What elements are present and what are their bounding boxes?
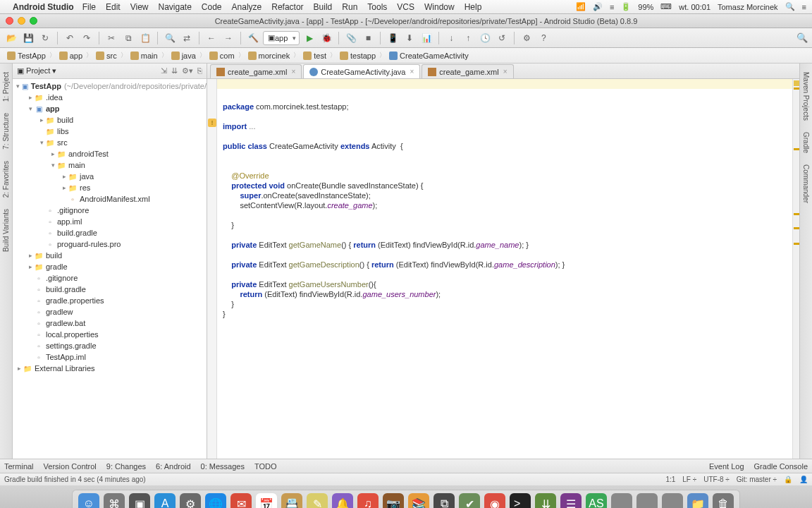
breadcrumb-item[interactable]: java [168, 52, 199, 60]
dock-app-icon[interactable]: 📅 [256, 493, 277, 508]
breadcrumb-item[interactable]: CreateGameActivity [386, 52, 472, 60]
tree-node[interactable]: ▫AndroidManifest.xml [13, 193, 207, 205]
dock-app-icon[interactable]: 📇 [281, 493, 302, 508]
tree-node[interactable]: ▫.gitignore [13, 272, 207, 284]
tree-node[interactable]: ▸📁build [13, 114, 207, 126]
volume-icon[interactable]: 🔊 [593, 2, 603, 11]
battery-icon[interactable]: 🔋 [621, 2, 631, 11]
caret-position[interactable]: 1:1 [665, 476, 675, 483]
sdk-icon[interactable]: ⬇ [402, 31, 417, 45]
wifi-icon[interactable]: 📶 [576, 2, 586, 11]
sync-icon[interactable]: ↻ [38, 31, 52, 45]
dock-app-icon[interactable]: A [154, 493, 176, 508]
menu-help[interactable]: Help [465, 2, 482, 12]
menu-window[interactable]: Window [424, 2, 455, 12]
tool-window-button[interactable]: Version Control [44, 462, 97, 471]
vcs-update-icon[interactable]: ↓ [444, 31, 458, 45]
tool-window-button[interactable]: Build Variants [2, 209, 10, 252]
paste-icon[interactable]: 📋 [138, 31, 152, 45]
make-icon[interactable]: 🔨 [246, 31, 260, 45]
tree-node[interactable]: ▫gradlew [13, 306, 207, 318]
project-tree[interactable]: ▾▣ TestApp (~/Developer/android/reposito… [13, 79, 207, 459]
menu-vcs[interactable]: VCS [397, 2, 414, 12]
notifications-icon[interactable]: ≡ [802, 3, 806, 11]
dock-app-icon[interactable]: ◉ [484, 493, 505, 508]
project-view-select[interactable]: ▣ Project ▾ [17, 66, 56, 75]
close-button[interactable] [6, 17, 13, 25]
avd-icon[interactable]: 📱 [386, 31, 400, 45]
spotlight-icon[interactable]: 🔍 [785, 2, 795, 11]
dock-app-icon[interactable]: 📁 [687, 493, 708, 508]
tree-node[interactable]: ▸📁build [13, 250, 207, 261]
autoscroll-icon[interactable]: ⇊ [171, 66, 178, 75]
close-tab-icon[interactable]: × [503, 68, 508, 75]
copy-icon[interactable]: ⧉ [121, 31, 135, 45]
open-icon[interactable]: 📂 [4, 31, 18, 45]
menu-file[interactable]: File [82, 2, 96, 12]
vcs-revert-icon[interactable]: ↺ [495, 31, 509, 45]
dock-app-icon[interactable]: ☺ [78, 493, 99, 508]
tree-node[interactable]: ▸📁java [13, 171, 207, 182]
vcs-history-icon[interactable]: 🕓 [478, 31, 492, 45]
input-icon[interactable]: ⌨ [660, 2, 672, 11]
flatten-icon[interactable]: ⇲ [161, 66, 167, 75]
dock-app-icon[interactable] [636, 493, 658, 508]
dock-app-icon[interactable]: 📚 [408, 493, 429, 508]
breadcrumb-item[interactable]: app [56, 52, 85, 60]
menu-build[interactable]: Build [314, 2, 333, 12]
maximize-button[interactable] [30, 17, 37, 25]
tree-node[interactable]: ▫TestApp.iml [13, 351, 207, 363]
dock-app-icon[interactable] [611, 493, 632, 508]
dock-app-icon[interactable]: ⇊ [535, 493, 556, 508]
breadcrumb-item[interactable]: test [300, 52, 329, 60]
breadcrumb-item[interactable]: TestApp [4, 52, 49, 60]
tree-node[interactable]: ▾▣app [13, 103, 207, 114]
tree-node[interactable]: ▫build.gradle [13, 227, 207, 238]
run-icon[interactable]: ▶ [302, 31, 316, 45]
tree-node[interactable]: ▫gradlew.bat [13, 318, 207, 329]
settings-icon[interactable]: ⚙ [519, 31, 534, 45]
dock-app-icon[interactable]: 🔔 [332, 493, 353, 508]
git-branch[interactable]: Git: master ÷ [737, 476, 777, 483]
tree-node[interactable]: ▸📁gradle [13, 261, 207, 272]
menu-run[interactable]: Run [342, 2, 357, 12]
tool-window-button[interactable]: Event Log [709, 462, 744, 471]
menu-code[interactable]: Code [202, 2, 222, 12]
monitor-icon[interactable]: 📊 [419, 31, 433, 45]
dock-app-icon[interactable]: AS [586, 493, 607, 508]
dock-app-icon[interactable]: 📷 [383, 493, 404, 508]
run-config-select[interactable]: ▣ app [263, 31, 300, 45]
tool-window-button[interactable]: 0: Messages [201, 462, 245, 471]
dock-app-icon[interactable]: ✔ [459, 493, 480, 508]
dock-app-icon[interactable] [662, 493, 683, 508]
dock-app-icon[interactable]: ♫ [357, 493, 379, 508]
stop-icon[interactable]: ■ [361, 31, 375, 45]
tree-node[interactable]: ▸📁res [13, 182, 207, 193]
menu-refactor[interactable]: Refactor [271, 2, 303, 12]
find-icon[interactable]: 🔍 [163, 31, 177, 45]
tree-node[interactable]: ▫settings.gradle [13, 340, 207, 351]
hector-icon[interactable]: 👤 [799, 476, 808, 483]
attach-icon[interactable]: 📎 [344, 31, 358, 45]
minimize-button[interactable] [18, 17, 25, 25]
menu-navigate[interactable]: Navigate [158, 2, 191, 12]
tree-node[interactable]: ▸📁.idea [13, 92, 207, 103]
close-tab-icon[interactable]: × [291, 68, 295, 75]
tree-node[interactable]: ▸📁External Libraries [13, 363, 207, 374]
editor-tab[interactable]: CreateGameActivity.java× [303, 64, 420, 78]
breadcrumb-item[interactable]: com [207, 52, 238, 60]
menu-analyze[interactable]: Analyze [232, 2, 262, 12]
app-menu[interactable]: Android Studio [13, 2, 74, 12]
menu-tools[interactable]: Tools [367, 2, 387, 12]
back-icon[interactable]: ← [204, 31, 219, 45]
tool-window-button[interactable]: 7: Structure [2, 113, 10, 150]
tool-window-button[interactable]: Gradle Console [754, 462, 808, 471]
dock-app-icon[interactable]: >_ [510, 493, 531, 508]
file-encoding[interactable]: UTF-8 ÷ [703, 476, 730, 483]
dock-app-icon[interactable]: ⌘ [104, 493, 125, 508]
forward-icon[interactable]: → [221, 31, 235, 45]
tree-node[interactable]: ▫gradle.properties [13, 295, 207, 306]
dock-app-icon[interactable]: 🗑 [713, 493, 734, 508]
tree-node[interactable]: ▾📁src [13, 137, 207, 148]
tool-window-button[interactable]: 1: Project [2, 72, 10, 102]
